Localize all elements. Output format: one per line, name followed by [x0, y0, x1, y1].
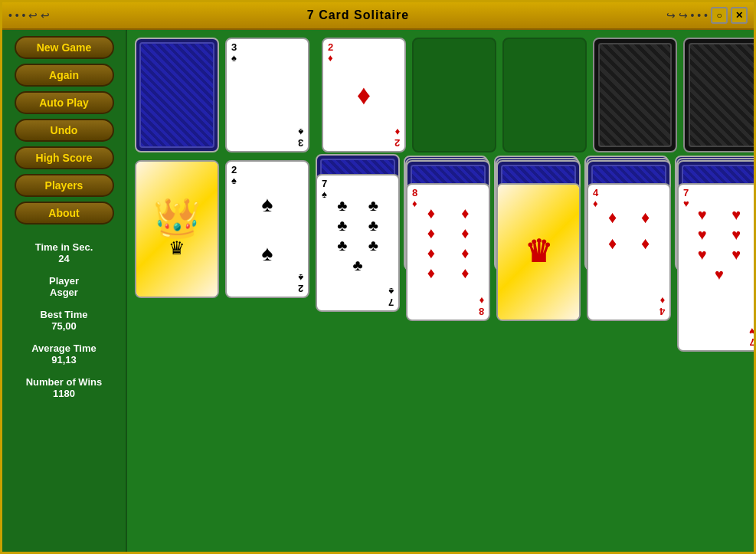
title-bar: • • • ↩ ↩ 7 Card Solitaire ↪ ↪ • • • ○ ✕ — [2, 2, 754, 30]
foundation-2[interactable] — [412, 38, 496, 152]
player-stat: Player Asger — [8, 275, 119, 298]
f1-rank-tl: 2♦ — [328, 42, 333, 64]
t2-rank-tl: 2♠ — [231, 165, 237, 187]
waste-rank-br: 3♠ — [298, 126, 303, 148]
t4-face[interactable]: 8♦ 8♦ ♦ ♦ ♦ ♦ ♦ ♦ ♦ ♦ — [406, 183, 490, 321]
tableau-row: Q♠ Q♠ 👑 ♛ 2♠ 2♠ ♠ ♠ — [135, 160, 746, 298]
tableau-col-4[interactable]: 8♦ 8♦ ♦ ♦ ♦ ♦ ♦ ♦ ♦ ♦ — [406, 160, 490, 298]
title-decoration-left: • • • ↩ ↩ — [8, 9, 50, 21]
foundation-1[interactable]: 2♦ 2♦ ♦ — [322, 38, 406, 152]
t3-face[interactable]: 7♠ 7♠ ♣ ♣ ♣ ♣ ♣ ♣ ♣ — [316, 174, 400, 312]
stats-panel: Time in Sec. 24 Player Asger Best Time 7… — [8, 241, 119, 410]
t6-rank-br: 4♦ — [659, 294, 665, 316]
main-layout: New Game Again Auto Play Undo High Score… — [2, 30, 754, 554]
tableau-col-7[interactable]: 7♥ 7♥ ♥ ♥ ♥ ♥ ♥ ♥ ♥ — [677, 160, 754, 298]
f1-center-pip: ♦ — [357, 79, 371, 111]
best-time-value: 75,00 — [8, 320, 119, 332]
player-value: Asger — [8, 287, 119, 298]
t2-pip-top: ♠ — [262, 192, 273, 217]
queen-figure: 👑 — [153, 199, 201, 238]
title-decoration-right: ↪ ↪ • • • — [666, 9, 708, 21]
qh-figure: ♛ — [525, 237, 552, 267]
undo-button[interactable]: Undo — [15, 119, 114, 142]
wins-label: Number of Wins — [8, 376, 119, 388]
players-button[interactable]: Players — [15, 174, 114, 197]
avg-time-value: 91,13 — [8, 354, 119, 366]
t7-rank-br: 7♥ — [749, 325, 754, 347]
wins-value: 1180 — [8, 388, 119, 399]
player-label: Player — [8, 275, 119, 287]
best-time-stat: Best Time 75,00 — [8, 309, 119, 332]
tableau-col-3[interactable]: 7♠ 7♠ ♣ ♣ ♣ ♣ ♣ ♣ ♣ — [316, 160, 400, 298]
high-score-button[interactable]: High Score — [15, 146, 114, 169]
foundation-5[interactable] — [683, 38, 754, 152]
avg-time-label: Average Time — [8, 343, 119, 354]
foundation-3[interactable] — [502, 38, 587, 152]
queen-hearts-face: ♛ — [498, 185, 579, 320]
time-stat: Time in Sec. 24 — [8, 241, 119, 264]
top-row: 3♠ 3♠ 10♦ 10♦ ♦ ♦ ♦ ♦ ♦ ♦ ♦ — [135, 38, 746, 152]
t7-face[interactable]: 7♥ 7♥ ♥ ♥ ♥ ♥ ♥ ♥ ♥ — [677, 183, 754, 352]
queen-spades-face: 👑 ♛ — [136, 162, 218, 297]
wins-stat: Number of Wins 1180 — [8, 376, 119, 399]
t4-rank-tl: 8♦ — [412, 188, 417, 210]
t2-rank-br: 2♠ — [298, 271, 303, 293]
time-label: Time in Sec. — [8, 241, 119, 253]
t3-rank-tl: 7♠ — [322, 179, 327, 201]
waste-rank-tl: 3♠ — [231, 42, 237, 64]
t7-rank-tl: 7♥ — [683, 188, 689, 210]
sidebar: New Game Again Auto Play Undo High Score… — [2, 30, 127, 554]
t2-pip-bot: ♠ — [262, 241, 273, 266]
auto-play-button[interactable]: Auto Play — [15, 91, 114, 114]
t5-face[interactable]: Q♥ Q♥ ♛ — [496, 183, 581, 321]
t4-rank-br: 8♦ — [479, 294, 484, 316]
t6-rank-tl: 4♦ — [593, 188, 598, 210]
t6-face[interactable]: 4♦ 4♦ ♦ ♦ ♦ ♦ — [587, 183, 671, 321]
about-button[interactable]: About — [15, 202, 114, 225]
tableau-col-5[interactable]: Q♥ Q♥ ♛ — [496, 160, 581, 298]
f1-rank-br: 2♦ — [394, 126, 400, 148]
waste-pile[interactable]: 3♠ 3♠ 10♦ 10♦ ♦ ♦ ♦ ♦ ♦ ♦ ♦ — [225, 38, 309, 152]
minimize-button[interactable]: ○ — [711, 7, 728, 24]
queen-suit: ♛ — [169, 238, 185, 259]
tableau-col-1[interactable]: Q♠ Q♠ 👑 ♛ — [135, 160, 219, 298]
new-game-button[interactable]: New Game — [15, 36, 114, 59]
avg-time-stat: Average Time 91,13 — [8, 343, 119, 366]
tableau-col-6[interactable]: 4♦ 4♦ ♦ ♦ ♦ ♦ — [587, 160, 671, 298]
best-time-label: Best Time — [8, 309, 119, 320]
tableau-col-2[interactable]: 2♠ 2♠ ♠ ♠ — [225, 160, 309, 298]
close-button[interactable]: ✕ — [731, 7, 748, 24]
title-text: 7 Card Solitaire — [50, 8, 666, 22]
game-area[interactable]: 3♠ 3♠ 10♦ 10♦ ♦ ♦ ♦ ♦ ♦ ♦ ♦ — [127, 30, 754, 554]
again-button[interactable]: Again — [15, 64, 114, 87]
time-value: 24 — [8, 253, 119, 264]
t3-rank-br: 7♠ — [388, 285, 394, 307]
stock-pile[interactable] — [135, 38, 219, 152]
foundation-4[interactable] — [593, 38, 677, 152]
